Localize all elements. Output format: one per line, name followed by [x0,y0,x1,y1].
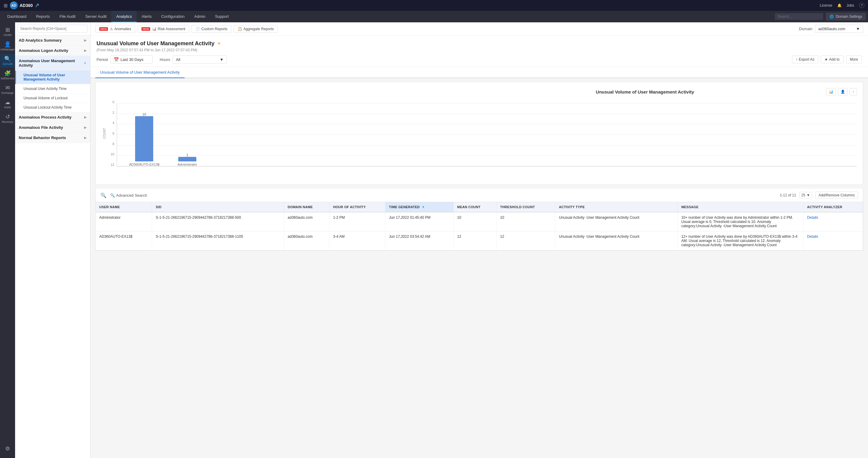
cell-domain-2: ad360auto.com [284,232,329,250]
sidebar-item-admanager[interactable]: 👤 ADManager [1,39,14,53]
period-filter-group: Period 📅 Last 30 Days [96,55,153,64]
tab-server-audit[interactable]: Server Audit [81,11,112,22]
nav-item-anomalous-user-mgmt[interactable]: Anomalous User Management Activity ▼ [15,56,90,70]
anomalies-button[interactable]: NEW ⚠ Anomalies [95,25,135,33]
risk-assessment-button[interactable]: NEW 📊 Risk Assessment [137,25,189,33]
nav-sub-unusual-lockout-activity-time[interactable]: Unusual Lockout Activity Time [15,103,90,112]
sidebar-settings-item[interactable]: ⚙ [1,442,14,456]
advanced-search-label: Advanced Search [116,193,147,197]
chevron-right-icon-4: ▶ [84,126,87,129]
chart-user-btn[interactable]: 👤 [838,88,848,95]
y-label-8: 8 [113,142,114,146]
app-logo: AD AD360 ↗ [10,1,39,9]
cell-user-name-2: AD360AUTO-EX13$ [96,232,152,250]
nav-sub-unusual-user-activity-time[interactable]: Unusual User Activity Time [15,84,90,94]
sun-icon: ☀ [217,41,221,47]
nav-item-anomalous-file[interactable]: Anomalous File Activity ▶ [15,122,90,133]
jobs-link[interactable]: Jobs [846,3,854,7]
nav-sub-unusual-volume-user-mgmt[interactable]: Unusual Volume of User Management Activi… [15,70,90,84]
details-link-1[interactable]: Details [807,215,818,220]
grid-icon[interactable]: ⊞ [4,3,7,8]
main-search-input[interactable] [775,13,823,20]
nav-item-anomalous-process-label: Anomalous Process Activity [19,115,71,120]
domain-settings-button[interactable]: 🌐 Domain Settings [826,13,866,20]
sidebar-item-ad360[interactable]: ⊞ AD360 [1,25,14,39]
sidebar-item-selfservice[interactable]: 🧩 SelfService [1,68,14,82]
grid-lines [117,103,857,166]
tab-admin[interactable]: Admin [189,11,210,22]
chart-y-axis: COUNT 12 10 8 6 4 2 0 [102,100,117,166]
tab-analytics[interactable]: Analytics [111,11,136,22]
nav-search-input[interactable] [18,25,88,33]
tab-dashboard[interactable]: Dashboard [2,11,31,22]
more-label: More [850,57,858,62]
notification-icon[interactable]: 🔔 [837,3,842,7]
hours-select[interactable]: All ▼ [173,56,227,64]
export-as-button[interactable]: ↑ Export As [792,56,818,63]
nav-item-anomalous-process[interactable]: Anomalous Process Activity ▶ [15,112,90,122]
add-to-button[interactable]: ★ Add to [820,56,843,63]
sort-arrow-icon: ▼ [422,205,425,209]
adaudit-icon: 🔍 [4,56,11,62]
more-button[interactable]: More [846,56,862,63]
sidebar-item-m365[interactable]: ☁ M365 [1,97,14,111]
advanced-search-button[interactable]: 🔍 Advanced Search [110,193,147,197]
period-input[interactable]: 📅 Last 30 Days [111,55,153,64]
col-domain-name: DOMAIN NAME [284,202,329,212]
chart-bars-area: 10 AD360AUTO-EX13$ 1 Administrator [117,103,857,166]
nav-item-normal-behavior[interactable]: Normal Behavior Reports ▶ [15,133,90,143]
admanager-label: ADManager [0,48,15,51]
cell-user-name-1: Administrator [96,212,152,232]
star-icon: ★ [825,57,828,62]
tab-support[interactable]: Support [210,11,234,22]
help-icon[interactable]: ? [859,3,864,8]
add-to-label: Add to [829,57,840,62]
y-label-6: 6 [113,131,114,135]
nav-item-anomalous-file-label: Anomalous File Activity [19,125,63,130]
per-page-select[interactable]: 25 ▼ [799,192,812,199]
tab-configuration[interactable]: Configuration [157,11,189,22]
hours-value: All [176,57,180,62]
aggregate-reports-button[interactable]: 📋 Aggregate Reports [234,25,278,33]
bar-1[interactable] [135,116,153,161]
table-row: Administrator S-1-5-21-2662196715-290944… [96,212,863,232]
sidebar-item-adaudit[interactable]: 🔍 ADAudit [1,54,14,68]
license-link[interactable]: License [820,3,832,7]
details-link-2[interactable]: Details [807,235,818,239]
chart-bar-btn[interactable]: 📊 [826,88,836,95]
chart-export-btn[interactable]: ↑ [849,88,857,95]
y-label-10: 10 [111,152,114,156]
report-subtitle: (From May 18,2022 07:57:43 PM to Jun 17,… [96,48,862,52]
col-time-generated[interactable]: TIME GENERATED ▼ [385,202,453,212]
bar-2[interactable] [178,157,196,161]
custom-reports-button[interactable]: 📄 Custom Reports [191,25,231,33]
grid-line-0 [117,166,857,166]
domain-dropdown[interactable]: ad360auto.com ▼ [815,25,863,33]
tab-reports[interactable]: Reports [31,11,55,22]
period-label: Period [96,57,108,62]
tab-unusual-volume-user-mgmt[interactable]: Unusual Volume of User Management Activi… [95,67,185,78]
main-content: NEW ⚠ Anomalies NEW 📊 Risk Assessment 📄 … [91,22,868,458]
grid-line-2 [117,155,857,156]
advanced-search-icon: 🔍 [110,193,115,197]
sidebar-item-exchange[interactable]: ✉ Exchange [1,83,14,96]
col-sid: SID [152,202,284,212]
y-label-4: 4 [113,121,114,125]
aggregate-reports-icon: 📋 [238,27,242,31]
ad360-label: AD360 [3,34,12,37]
nav-item-anomalous-logon[interactable]: Anomalous Logon Activity ▶ [15,45,90,56]
table-search-icon[interactable]: 🔍 [100,192,106,198]
anomalies-label: Anomalies [114,27,131,31]
y-label-0: 0 [113,100,114,104]
tab-file-audit[interactable]: File Audit [55,11,80,22]
chevron-right-icon-3: ▶ [84,116,87,119]
sidebar-item-recovery[interactable]: ↺ Recovery [1,112,14,125]
tab-alerts[interactable]: Alerts [136,11,156,22]
export-icon: ↑ [796,57,798,62]
app-name: AD360 [20,3,33,8]
nav-item-ad-analytics-summary[interactable]: AD Analytics Summary ▶ [15,35,90,45]
add-remove-columns-button[interactable]: Add/Remove Columns [815,191,858,199]
nav-sub-unusual-volume-lockout[interactable]: Unusual Volume of Lockout [15,94,90,103]
dropdown-chevron-icon: ▼ [856,27,860,31]
nav-sub-unusual-volume-user-mgmt-label: Unusual Volume of User Management Activi… [24,73,87,82]
